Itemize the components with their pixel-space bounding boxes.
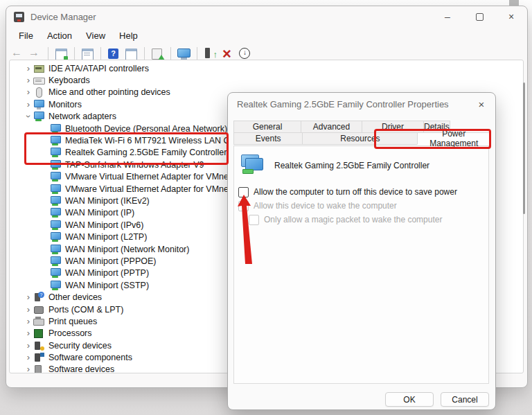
tab[interactable]: Resources <box>302 132 418 145</box>
uninstall-device-icon[interactable] <box>220 46 235 61</box>
device-icon <box>50 281 61 290</box>
device-icon <box>33 341 44 351</box>
tab[interactable]: General <box>233 121 301 133</box>
maximize-button[interactable] <box>463 6 495 27</box>
checkbox[interactable] <box>238 201 249 211</box>
device-icon <box>50 245 61 254</box>
device-header: Realtek Gaming 2.5GbE Family Controller <box>240 153 429 174</box>
help-icon[interactable] <box>107 46 121 61</box>
device-icon <box>50 220 61 230</box>
tree-item-label: Print queues <box>48 317 97 326</box>
device-icon <box>33 353 44 362</box>
toolbar-separator <box>197 47 197 60</box>
network-adapter-icon <box>240 153 267 174</box>
tree-item[interactable]: Keyboards <box>10 74 523 86</box>
tab-row-2: Events Resources Power Management <box>233 132 490 145</box>
checkbox-label: Allow the computer to turn off this devi… <box>254 187 457 197</box>
checkbox-label: Allow this device to wake the computer <box>254 201 397 211</box>
checkbox[interactable] <box>249 215 259 225</box>
title-bar: Device Manager – × <box>6 6 527 27</box>
adapter-base-shape <box>242 169 254 174</box>
chevron-icon[interactable] <box>24 100 33 109</box>
device-icon <box>33 317 44 326</box>
toolbar-separator <box>144 47 145 60</box>
checkbox-row: Only allow a magic packet to wake the co… <box>249 213 484 227</box>
tab[interactable]: Driver <box>362 121 424 133</box>
chevron-icon[interactable] <box>24 76 33 85</box>
toolbar-separator <box>170 47 171 60</box>
tree-item-label: IDE ATA/ATAPI controllers <box>48 64 149 73</box>
tab[interactable]: Advanced <box>301 121 362 133</box>
device-icon <box>50 160 61 170</box>
chevron-icon[interactable] <box>24 317 33 326</box>
computer-icon[interactable] <box>177 46 191 61</box>
chevron-icon[interactable] <box>24 87 33 97</box>
close-button[interactable]: × <box>495 6 527 27</box>
checkbox-row: Allow the computer to turn off this devi… <box>238 185 484 199</box>
power-options: Allow the computer to turn off this devi… <box>238 185 484 227</box>
device-icon <box>50 232 61 242</box>
tree-item-label: Realtek Gaming 2.5GbE Family Controller <box>65 148 227 157</box>
menu-bar: File Action View Help <box>12 28 145 43</box>
tree-item-label: Ports (COM & LPT) <box>48 305 123 315</box>
tab[interactable]: Events <box>233 132 303 145</box>
menu-item[interactable]: Action <box>40 28 79 43</box>
toolbar-separator <box>100 47 101 60</box>
tree-item[interactable]: IDE ATA/ATAPI controllers <box>10 62 523 74</box>
tree-item-label: WAN Miniport (IPv6) <box>65 220 143 230</box>
dialog-title: Realtek Gaming 2.5GbE Family Controller … <box>237 99 449 109</box>
device-icon <box>50 124 61 134</box>
device-icon <box>33 87 44 97</box>
device-icon <box>50 136 61 145</box>
toolbar-separator <box>48 47 48 60</box>
device-icon <box>33 112 44 121</box>
tree-item-label: Bluetooth Device (Personal Area Network)… <box>65 124 240 134</box>
window-title: Device Manager <box>30 12 96 22</box>
dialog-close-button[interactable]: × <box>468 94 495 114</box>
menu-item[interactable]: Help <box>112 28 145 43</box>
update-driver-icon[interactable] <box>203 46 218 61</box>
disable-device-icon[interactable] <box>238 46 252 61</box>
chevron-icon[interactable] <box>24 353 33 362</box>
chevron-icon[interactable] <box>24 292 33 302</box>
device-icon <box>33 64 44 73</box>
tree-item-label: WAN Miniport (PPTP) <box>65 268 149 278</box>
device-icon <box>50 268 61 278</box>
device-icon <box>33 305 44 315</box>
tab[interactable]: Power Management <box>417 132 490 145</box>
toolbar-separator <box>74 47 75 60</box>
device-icon <box>50 172 61 182</box>
chevron-icon[interactable] <box>24 64 33 73</box>
device-icon <box>50 208 61 218</box>
tree-item-label: WAN Miniport (PPPOE) <box>65 256 157 266</box>
back-icon[interactable] <box>10 46 25 61</box>
chevron-icon[interactable] <box>24 112 33 121</box>
tree-item-label: Network adapters <box>48 112 116 121</box>
minimize-button[interactable]: – <box>432 6 463 27</box>
console-tree-icon[interactable] <box>54 46 69 61</box>
ok-button[interactable]: OK <box>385 392 434 407</box>
tree-item-label: Keyboards <box>48 76 90 85</box>
chevron-icon[interactable] <box>24 364 33 373</box>
scan-hardware-icon[interactable] <box>150 46 165 61</box>
menu-item[interactable]: File <box>12 28 40 43</box>
tree-item-label: WAN Miniport (IKEv2) <box>65 196 150 206</box>
panel-icon[interactable] <box>124 46 139 61</box>
checkbox-row: Allow this device to wake the computer <box>238 199 484 213</box>
tree-item-label: WAN Miniport (SSTP) <box>65 281 149 290</box>
forward-icon[interactable] <box>28 46 42 61</box>
tree-item-label: Monitors <box>48 100 82 109</box>
chevron-icon[interactable] <box>24 305 33 315</box>
properties-icon[interactable] <box>80 46 95 61</box>
dialog-title-bar: Realtek Gaming 2.5GbE Family Controller … <box>228 93 495 115</box>
device-icon <box>50 196 61 206</box>
device-name: Realtek Gaming 2.5GbE Family Controller <box>274 161 429 170</box>
cancel-button[interactable]: Cancel <box>441 392 489 407</box>
chevron-icon[interactable] <box>24 341 33 351</box>
chevron-icon[interactable] <box>24 328 33 338</box>
checkbox[interactable] <box>238 187 249 197</box>
tree-scrollbar[interactable] <box>523 82 525 214</box>
tree-item-label: WAN Miniport (IP) <box>65 208 134 218</box>
power-management-page: Realtek Gaming 2.5GbE Family Controller … <box>233 145 489 384</box>
menu-item[interactable]: View <box>79 28 112 43</box>
